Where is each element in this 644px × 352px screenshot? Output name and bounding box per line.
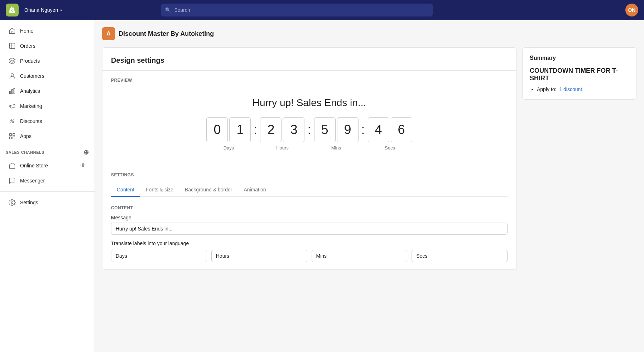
store-icon — [9, 162, 16, 169]
label-inputs — [111, 250, 508, 262]
tab-fonts-size[interactable]: Fonts & size — [140, 183, 179, 197]
shopify-logo[interactable] — [6, 4, 19, 16]
content-subsection-label: CONTENT — [111, 205, 508, 210]
search-input[interactable] — [174, 7, 429, 13]
main-content: A Discount Master By Autoketing Design s… — [95, 20, 644, 352]
preview-label: PREVIEW — [111, 78, 508, 83]
sidebar-item-label: Products — [20, 58, 40, 64]
message-input[interactable] — [111, 223, 508, 235]
label-input-hours[interactable] — [211, 250, 307, 262]
svg-rect-11 — [10, 137, 12, 139]
timer-group-hours: 2 3 Hours — [260, 117, 304, 151]
sidebar-item-label: Marketing — [20, 103, 42, 109]
translate-label: Translate labels into your language — [111, 241, 508, 246]
timer-digits-hours: 2 3 — [260, 117, 304, 142]
timer-digit: 0 — [206, 117, 228, 142]
sidebar-item-settings[interactable]: Settings — [3, 195, 92, 210]
sidebar-item-label: Orders — [20, 43, 35, 49]
sidebar-item-label: Discounts — [20, 118, 42, 124]
analytics-icon — [9, 87, 16, 95]
summary-apply-to: Apply to: 1 discount — [537, 86, 629, 92]
tab-background-border[interactable]: Background & border — [179, 183, 238, 197]
home-icon — [9, 27, 16, 34]
label-input-mins[interactable] — [312, 250, 408, 262]
summary-title: Summary — [530, 55, 629, 61]
timer-colon: : — [252, 122, 259, 137]
sidebar-item-discounts[interactable]: Discounts — [3, 114, 92, 128]
timer-digit: 9 — [337, 117, 359, 142]
sidebar-item-label: Home — [20, 28, 33, 34]
add-sales-channel-button[interactable]: ⊕ — [83, 148, 89, 156]
sidebar-item-apps[interactable]: Apps — [3, 129, 92, 143]
svg-marker-1 — [9, 58, 15, 61]
apply-to-label: Apply to: — [537, 86, 556, 92]
sidebar-item-label: Messenger — [20, 178, 45, 184]
sidebar-item-label: Online Store — [20, 163, 48, 168]
sidebar-item-products[interactable]: Products — [3, 54, 92, 68]
svg-rect-12 — [13, 137, 15, 139]
content-row: Design settings PREVIEW Hurry up! Sales … — [102, 47, 637, 270]
customers-icon — [9, 72, 16, 80]
svg-point-6 — [11, 120, 12, 121]
eye-icon[interactable]: 👁 — [80, 162, 86, 169]
countdown-message: Hurry up! Sales Ends in... — [253, 97, 366, 109]
summary-list: Apply to: 1 discount — [530, 86, 629, 92]
message-field-label: Message — [111, 215, 508, 220]
countdown-preview: Hurry up! Sales Ends in... 0 1 Days : — [111, 90, 508, 158]
timer-group-mins: 5 9 Mins — [314, 117, 359, 151]
tab-animation[interactable]: Animation — [238, 183, 271, 197]
countdown-timer: 0 1 Days : 2 3 — [206, 117, 412, 151]
svg-rect-10 — [13, 134, 15, 136]
settings-icon — [9, 199, 16, 206]
apply-to-value: 1 discount — [559, 86, 582, 92]
timer-group-days: 0 1 Days — [206, 117, 251, 151]
tab-content[interactable]: Content — [111, 183, 140, 197]
products-icon — [9, 57, 16, 65]
sidebar-item-home[interactable]: Home — [3, 24, 92, 38]
sidebar: Home Orders Products Customers — [0, 20, 95, 352]
timer-label-hours: Hours — [276, 145, 289, 151]
search-bar: 🔍 — [161, 4, 433, 16]
main-layout: Home Orders Products Customers — [0, 20, 644, 352]
svg-rect-0 — [10, 43, 15, 49]
sidebar-item-label: Analytics — [20, 88, 40, 94]
timer-label-secs: Secs — [385, 145, 395, 151]
label-input-days[interactable] — [111, 250, 207, 262]
search-icon: 🔍 — [165, 7, 171, 13]
sidebar-item-messenger[interactable]: Messenger — [3, 173, 92, 188]
sidebar-item-analytics[interactable]: Analytics — [3, 84, 92, 98]
user-menu[interactable]: Oriana Nguyen ▾ — [24, 7, 62, 13]
timer-colon: : — [360, 122, 366, 137]
svg-rect-9 — [10, 134, 12, 136]
sidebar-item-label: Apps — [20, 133, 32, 139]
timer-group-secs: 4 6 Secs — [368, 117, 412, 151]
timer-digit: 2 — [260, 117, 282, 142]
sidebar-item-orders[interactable]: Orders — [3, 39, 92, 53]
app-title: Discount Master By Autoketing — [119, 30, 214, 38]
marketing-icon — [9, 103, 16, 110]
orders-icon — [9, 42, 16, 49]
user-name: Oriana Nguyen — [24, 7, 58, 13]
sidebar-item-customers[interactable]: Customers — [3, 69, 92, 83]
timer-digits-days: 0 1 — [206, 117, 251, 142]
timer-digit: 3 — [283, 117, 304, 142]
discounts-icon — [9, 118, 16, 125]
sidebar-item-online-store[interactable]: Online Store 👁 — [3, 158, 92, 173]
app-icon: A — [102, 27, 115, 40]
settings-section: SETTINGS Content Fonts & size Background… — [102, 165, 516, 269]
svg-rect-3 — [10, 91, 11, 94]
tabs: Content Fonts & size Background & border… — [111, 183, 508, 197]
sidebar-item-marketing[interactable]: Marketing — [3, 99, 92, 113]
timer-digits-secs: 4 6 — [368, 117, 412, 142]
design-settings-title: Design settings — [111, 56, 508, 65]
design-settings-header: Design settings — [102, 48, 516, 71]
apps-icon — [9, 133, 16, 140]
svg-point-13 — [11, 202, 13, 204]
timer-digit: 4 — [368, 117, 389, 142]
timer-colon: : — [306, 122, 312, 137]
label-input-secs[interactable] — [412, 250, 508, 262]
timer-digit: 6 — [391, 117, 412, 142]
summary-panel: Summary COUNTDOWN TIMER FOR T-SHIRT Appl… — [522, 47, 637, 100]
sidebar-item-label: Customers — [20, 73, 44, 79]
avatar[interactable]: ON — [625, 4, 638, 16]
